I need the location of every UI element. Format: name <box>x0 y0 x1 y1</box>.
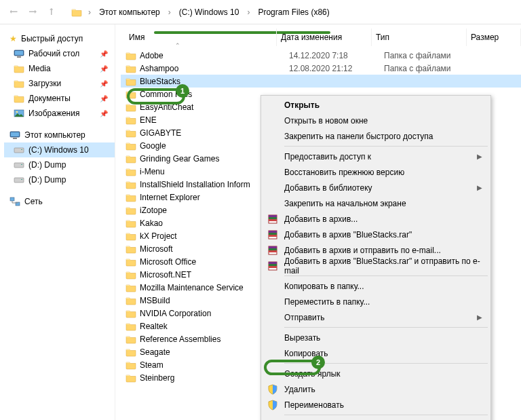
pin-icon: 📌 <box>100 65 108 73</box>
folder-icon <box>125 154 137 164</box>
context-menu-item[interactable]: Вырезать <box>263 330 489 345</box>
folder-icon <box>125 115 137 125</box>
context-menu-item[interactable]: Отправить▶ <box>263 309 489 325</box>
context-menu-item[interactable]: Предоставить доступ к▶ <box>263 149 489 164</box>
context-menu-item[interactable]: Открыть в новом окне <box>263 113 489 128</box>
chevron-right-icon: ▶ <box>477 313 482 321</box>
sidebar-item[interactable]: Media📌 <box>4 61 115 76</box>
menu-label: Создать ярлык <box>284 369 341 379</box>
sidebar-drive[interactable]: (D:) Dump <box>4 172 115 187</box>
folder-icon <box>125 335 137 344</box>
menu-label: Вырезать <box>284 333 320 343</box>
folder-icon <box>125 128 137 138</box>
menu-label: Предоставить доступ к <box>284 152 371 161</box>
network-label: Сеть <box>24 197 43 206</box>
menu-label: Добавить в архив... <box>284 214 358 224</box>
forward-button[interactable]: 🠖 <box>24 4 41 20</box>
file-date: 14.12.2020 7:18 <box>285 51 380 60</box>
context-menu-item[interactable]: Копировать в папку... <box>263 278 489 294</box>
folder-icon <box>125 373 137 383</box>
navigation-pane: ★ Быстрый доступ Рабочий стол📌Media📌Загр… <box>0 24 115 420</box>
disk-icon <box>14 145 24 155</box>
context-menu-item[interactable]: Открыть <box>263 97 489 113</box>
sidebar-item[interactable]: Рабочий стол📌 <box>4 46 115 61</box>
folder-icon <box>125 347 137 357</box>
menu-label: Переименовать <box>284 400 344 410</box>
chevron-right-icon[interactable]: › <box>244 7 252 17</box>
rar-icon <box>267 260 279 272</box>
sidebar-item-label: (D:) Dump <box>28 160 66 170</box>
folder-icon <box>125 64 137 73</box>
folder-icon <box>14 64 24 73</box>
context-menu-item[interactable]: Создать ярлык <box>263 366 489 381</box>
folder-icon <box>125 309 137 318</box>
star-icon: ★ <box>9 34 17 43</box>
folder-icon <box>125 257 137 267</box>
context-menu-item[interactable]: Переместить в папку... <box>263 294 489 309</box>
menu-label: Добавить в архив и отправить по e-mail..… <box>284 246 441 255</box>
sidebar-drive[interactable]: (C:) Windows 10 <box>4 142 115 157</box>
chevron-right-icon[interactable]: › <box>85 7 94 17</box>
context-menu-item[interactable]: Удалить <box>263 381 489 397</box>
chevron-right-icon[interactable]: › <box>166 7 174 17</box>
sidebar-item[interactable]: Документы📌 <box>4 91 115 106</box>
context-menu-item[interactable]: Добавить в архив "BlueStacks.rar" и отпр… <box>263 258 489 273</box>
shield-icon <box>267 399 279 411</box>
col-date[interactable]: Дата изменения <box>277 28 372 46</box>
breadcrumb-drive[interactable]: (C:) Windows 10 <box>176 6 242 18</box>
folder-icon <box>14 79 24 88</box>
quick-access[interactable]: ★ Быстрый доступ <box>4 31 115 46</box>
pin-icon: 📌 <box>100 95 108 102</box>
context-menu-item[interactable]: Добавить в архив "BlueStacks.rar" <box>263 227 489 242</box>
pin-icon: 📌 <box>100 50 108 58</box>
rar-icon <box>267 229 279 241</box>
col-name[interactable]: Имя <box>125 28 277 46</box>
context-menu-item[interactable]: Добавить в библиотеку▶ <box>263 180 489 195</box>
up-button[interactable]: 🠕 <box>43 4 60 20</box>
this-pc-label: Этот компьютер <box>24 130 85 140</box>
menu-label: Отправить <box>284 313 325 322</box>
context-menu-item[interactable]: Добавить в архив... <box>263 211 489 227</box>
context-menu-item[interactable]: Свойства <box>263 417 489 420</box>
file-name: Ashampoo <box>137 64 285 73</box>
folder-icon <box>125 360 137 370</box>
context-menu-item[interactable]: Переименовать <box>263 397 489 413</box>
context-menu-item[interactable]: Закрепить на начальном экране <box>263 195 489 211</box>
network[interactable]: Сеть <box>4 194 115 209</box>
breadcrumb-folder[interactable]: Program Files (x86) <box>255 6 332 18</box>
menu-separator <box>284 146 488 147</box>
menu-label: Закрепить на панели быстрого доступа <box>284 132 433 141</box>
col-size[interactable]: Размер <box>467 28 521 46</box>
sidebar-item-label: Media <box>28 64 51 73</box>
menu-label: Восстановить прежнюю версию <box>284 168 404 177</box>
context-menu-item[interactable]: Копировать <box>263 345 489 361</box>
folder-icon <box>125 270 137 280</box>
sidebar-drive[interactable]: (D:) Dump <box>4 157 115 172</box>
file-row[interactable]: Adobe14.12.2020 7:18Папка с файлами <box>121 49 521 62</box>
breadcrumb-pc[interactable]: Этот компьютер <box>96 6 163 18</box>
pin-icon: 📌 <box>100 80 108 88</box>
file-row[interactable]: BlueStacks <box>121 75 521 88</box>
sidebar-item[interactable]: Загрузки📌 <box>4 76 115 91</box>
context-menu-item[interactable]: Закрепить на панели быстрого доступа <box>263 128 489 144</box>
chevron-right-icon: ▶ <box>477 153 482 160</box>
folder-icon <box>125 102 137 112</box>
back-button[interactable]: 🠔 <box>5 4 22 20</box>
file-row[interactable]: Ashampoo12.08.2020 21:12Папка с файлами <box>121 62 521 75</box>
col-type[interactable]: Тип <box>372 28 467 46</box>
folder-icon <box>125 231 137 241</box>
sidebar-item-label: (C:) Windows 10 <box>28 145 89 155</box>
context-menu-item[interactable]: Восстановить прежнюю версию <box>263 164 489 180</box>
rar-icon <box>267 213 279 225</box>
file-type: Папка с файлами <box>380 51 475 60</box>
menu-label: Переместить в папку... <box>284 297 370 307</box>
menu-label: Удалить <box>284 385 315 394</box>
sidebar-item-label: Изображения <box>28 109 79 118</box>
disk-icon <box>14 175 24 185</box>
rar-icon <box>267 244 279 256</box>
sidebar-item[interactable]: Изображения📌 <box>4 106 115 121</box>
monitor-icon <box>9 130 20 140</box>
folder-icon <box>125 180 137 189</box>
this-pc[interactable]: Этот компьютер <box>4 128 115 142</box>
menu-label: Открыть в новом окне <box>284 116 368 126</box>
